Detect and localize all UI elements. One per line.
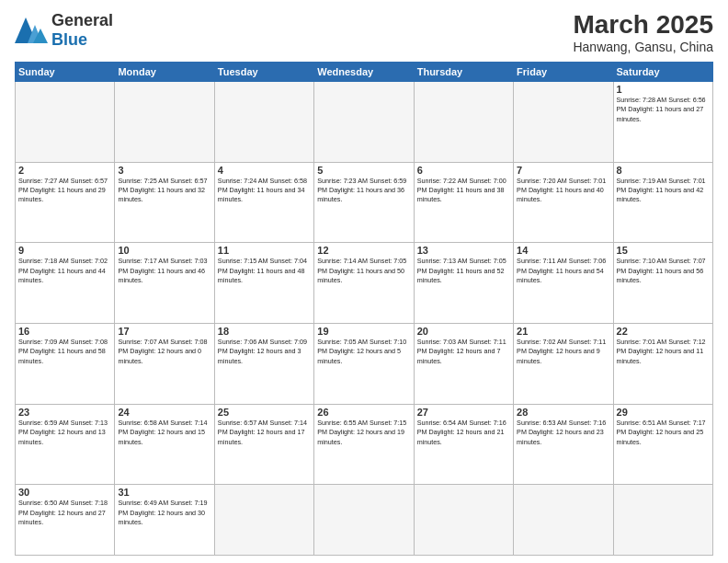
day-number: 16 xyxy=(18,326,111,337)
calendar-cell xyxy=(16,81,115,162)
day-info: Sunrise: 7:14 AM Sunset: 7:05 PM Dayligh… xyxy=(317,257,410,285)
calendar-cell: 16Sunrise: 7:09 AM Sunset: 7:08 PM Dayli… xyxy=(16,324,115,405)
day-info: Sunrise: 6:59 AM Sunset: 7:13 PM Dayligh… xyxy=(18,419,111,447)
calendar-cell: 21Sunrise: 7:02 AM Sunset: 7:11 PM Dayli… xyxy=(514,324,613,405)
calendar-cell: 31Sunrise: 6:49 AM Sunset: 7:19 PM Dayli… xyxy=(115,485,214,556)
day-info: Sunrise: 6:51 AM Sunset: 7:17 PM Dayligh… xyxy=(617,419,710,447)
logo: General Blue xyxy=(15,11,113,50)
calendar-cell xyxy=(314,81,414,162)
calendar-cell: 18Sunrise: 7:06 AM Sunset: 7:09 PM Dayli… xyxy=(214,324,313,405)
title-block: March 2025 Hanwang, Gansu, China xyxy=(573,11,713,54)
month-year: March 2025 xyxy=(573,11,713,40)
day-info: Sunrise: 7:11 AM Sunset: 7:06 PM Dayligh… xyxy=(517,257,609,285)
day-number: 27 xyxy=(417,407,510,418)
day-number: 14 xyxy=(517,245,609,256)
col-header-saturday: Saturday xyxy=(613,62,712,81)
day-info: Sunrise: 7:18 AM Sunset: 7:02 PM Dayligh… xyxy=(18,257,111,285)
calendar-cell: 10Sunrise: 7:17 AM Sunset: 7:03 PM Dayli… xyxy=(115,243,214,324)
day-info: Sunrise: 6:55 AM Sunset: 7:15 PM Dayligh… xyxy=(317,419,410,447)
col-header-thursday: Thursday xyxy=(414,62,513,81)
day-number: 31 xyxy=(118,487,210,498)
calendar-cell: 22Sunrise: 7:01 AM Sunset: 7:12 PM Dayli… xyxy=(613,324,712,405)
calendar-cell: 5Sunrise: 7:23 AM Sunset: 6:59 PM Daylig… xyxy=(314,162,414,243)
col-header-wednesday: Wednesday xyxy=(314,62,414,81)
calendar-cell xyxy=(514,81,613,162)
day-info: Sunrise: 6:53 AM Sunset: 7:16 PM Dayligh… xyxy=(517,419,609,447)
calendar-cell: 27Sunrise: 6:54 AM Sunset: 7:16 PM Dayli… xyxy=(414,404,513,485)
calendar-cell: 11Sunrise: 7:15 AM Sunset: 7:04 PM Dayli… xyxy=(214,243,313,324)
calendar-week-row: 30Sunrise: 6:50 AM Sunset: 7:18 PM Dayli… xyxy=(16,485,713,556)
calendar-cell: 3Sunrise: 7:25 AM Sunset: 6:57 PM Daylig… xyxy=(115,162,214,243)
day-info: Sunrise: 7:20 AM Sunset: 7:01 PM Dayligh… xyxy=(517,177,609,205)
day-info: Sunrise: 7:17 AM Sunset: 7:03 PM Dayligh… xyxy=(118,257,210,285)
day-number: 23 xyxy=(18,407,111,418)
calendar-week-row: 2Sunrise: 7:27 AM Sunset: 6:57 PM Daylig… xyxy=(16,162,713,243)
calendar-cell: 28Sunrise: 6:53 AM Sunset: 7:16 PM Dayli… xyxy=(514,404,613,485)
col-header-tuesday: Tuesday xyxy=(214,62,313,81)
day-number: 22 xyxy=(617,326,710,337)
day-info: Sunrise: 7:27 AM Sunset: 6:57 PM Dayligh… xyxy=(18,177,111,205)
day-info: Sunrise: 7:06 AM Sunset: 7:09 PM Dayligh… xyxy=(218,338,311,366)
logo-text: General Blue xyxy=(51,11,113,50)
calendar-table: SundayMondayTuesdayWednesdayThursdayFrid… xyxy=(15,62,713,556)
col-header-monday: Monday xyxy=(115,62,214,81)
day-info: Sunrise: 6:54 AM Sunset: 7:16 PM Dayligh… xyxy=(417,419,510,447)
day-number: 20 xyxy=(417,326,510,337)
calendar-cell: 12Sunrise: 7:14 AM Sunset: 7:05 PM Dayli… xyxy=(314,243,414,324)
col-header-friday: Friday xyxy=(514,62,613,81)
calendar-cell: 29Sunrise: 6:51 AM Sunset: 7:17 PM Dayli… xyxy=(613,404,712,485)
day-number: 3 xyxy=(118,165,210,176)
day-info: Sunrise: 7:23 AM Sunset: 6:59 PM Dayligh… xyxy=(317,177,410,205)
calendar-cell: 14Sunrise: 7:11 AM Sunset: 7:06 PM Dayli… xyxy=(514,243,613,324)
day-number: 26 xyxy=(317,407,410,418)
day-number: 21 xyxy=(517,326,609,337)
calendar-cell xyxy=(613,485,712,556)
calendar-cell: 30Sunrise: 6:50 AM Sunset: 7:18 PM Dayli… xyxy=(16,485,115,556)
calendar-cell: 25Sunrise: 6:57 AM Sunset: 7:14 PM Dayli… xyxy=(214,404,313,485)
calendar-cell xyxy=(514,485,613,556)
calendar-cell: 15Sunrise: 7:10 AM Sunset: 7:07 PM Dayli… xyxy=(613,243,712,324)
day-info: Sunrise: 6:49 AM Sunset: 7:19 PM Dayligh… xyxy=(118,499,210,527)
calendar-cell xyxy=(214,485,313,556)
day-number: 18 xyxy=(218,326,311,337)
calendar-cell: 26Sunrise: 6:55 AM Sunset: 7:15 PM Dayli… xyxy=(314,404,414,485)
calendar-cell: 4Sunrise: 7:24 AM Sunset: 6:58 PM Daylig… xyxy=(214,162,313,243)
day-number: 1 xyxy=(617,84,710,95)
day-number: 10 xyxy=(118,245,210,256)
day-number: 17 xyxy=(118,326,210,337)
day-number: 28 xyxy=(517,407,609,418)
calendar-cell xyxy=(414,485,513,556)
calendar-cell: 23Sunrise: 6:59 AM Sunset: 7:13 PM Dayli… xyxy=(16,404,115,485)
day-info: Sunrise: 7:07 AM Sunset: 7:08 PM Dayligh… xyxy=(118,338,210,366)
day-number: 9 xyxy=(18,245,111,256)
day-info: Sunrise: 7:15 AM Sunset: 7:04 PM Dayligh… xyxy=(218,257,311,285)
day-number: 8 xyxy=(617,165,710,176)
day-info: Sunrise: 7:02 AM Sunset: 7:11 PM Dayligh… xyxy=(517,338,609,366)
calendar-cell: 13Sunrise: 7:13 AM Sunset: 7:05 PM Dayli… xyxy=(414,243,513,324)
day-info: Sunrise: 7:13 AM Sunset: 7:05 PM Dayligh… xyxy=(417,257,510,285)
day-number: 25 xyxy=(218,407,311,418)
calendar-cell xyxy=(414,81,513,162)
day-number: 29 xyxy=(617,407,710,418)
day-number: 2 xyxy=(18,165,111,176)
calendar-cell: 9Sunrise: 7:18 AM Sunset: 7:02 PM Daylig… xyxy=(16,243,115,324)
calendar-week-row: 1Sunrise: 7:28 AM Sunset: 6:56 PM Daylig… xyxy=(16,81,713,162)
calendar-cell xyxy=(214,81,313,162)
calendar-week-row: 16Sunrise: 7:09 AM Sunset: 7:08 PM Dayli… xyxy=(16,324,713,405)
day-number: 6 xyxy=(417,165,510,176)
generalblue-logo-icon xyxy=(15,17,48,43)
day-number: 5 xyxy=(317,165,410,176)
day-number: 7 xyxy=(517,165,609,176)
day-number: 12 xyxy=(317,245,410,256)
calendar-cell: 7Sunrise: 7:20 AM Sunset: 7:01 PM Daylig… xyxy=(514,162,613,243)
day-info: Sunrise: 6:50 AM Sunset: 7:18 PM Dayligh… xyxy=(18,499,111,527)
day-info: Sunrise: 7:19 AM Sunset: 7:01 PM Dayligh… xyxy=(617,177,710,205)
day-info: Sunrise: 6:57 AM Sunset: 7:14 PM Dayligh… xyxy=(218,419,311,447)
day-info: Sunrise: 7:22 AM Sunset: 7:00 PM Dayligh… xyxy=(417,177,510,205)
header: General Blue March 2025 Hanwang, Gansu, … xyxy=(15,11,713,54)
calendar-cell: 1Sunrise: 7:28 AM Sunset: 6:56 PM Daylig… xyxy=(613,81,712,162)
day-info: Sunrise: 6:58 AM Sunset: 7:14 PM Dayligh… xyxy=(118,419,210,447)
calendar-header-row: SundayMondayTuesdayWednesdayThursdayFrid… xyxy=(16,62,713,81)
col-header-sunday: Sunday xyxy=(16,62,115,81)
calendar-cell: 17Sunrise: 7:07 AM Sunset: 7:08 PM Dayli… xyxy=(115,324,214,405)
